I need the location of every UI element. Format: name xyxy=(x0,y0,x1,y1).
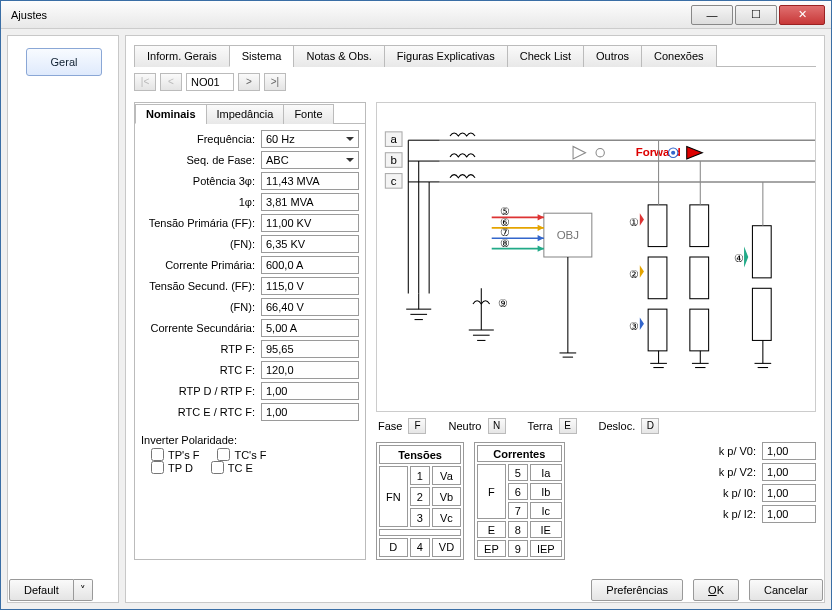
window: Ajustes — ☐ ✕ Geral Inform. Gerais Siste… xyxy=(0,0,832,610)
kpi2-input[interactable]: 1,00 xyxy=(762,505,816,523)
tab-inform-gerais[interactable]: Inform. Gerais xyxy=(134,45,230,67)
kpi0-input[interactable]: 1,00 xyxy=(762,484,816,502)
tpd-check[interactable]: TP D xyxy=(151,461,193,474)
legend-neutro: Neutro xyxy=(448,420,481,432)
fn2-input[interactable]: 66,40 V xyxy=(261,298,359,316)
params-panel: Nominais Impedância Fonte Frequência:60 … xyxy=(134,102,366,560)
maximize-button[interactable]: ☐ xyxy=(735,5,777,25)
footer: Default ˅ Preferências OK Cancelar xyxy=(9,579,823,601)
corrprim-label: Corrente Primária: xyxy=(141,259,261,271)
default-dropdown[interactable]: ˅ xyxy=(74,579,93,601)
corrsec-input[interactable]: 5,00 A xyxy=(261,319,359,337)
rtpf-input[interactable]: 95,65 xyxy=(261,340,359,358)
svg-text:⑧: ⑧ xyxy=(500,237,510,249)
nav-prev[interactable]: < xyxy=(160,73,182,91)
tensprim-label: Tensão Primária (FF): xyxy=(141,217,261,229)
subtab-nominais[interactable]: Nominais xyxy=(135,104,207,124)
svg-marker-24 xyxy=(538,225,544,231)
tab-checklist[interactable]: Check List xyxy=(507,45,584,67)
svg-marker-22 xyxy=(538,214,544,220)
svg-text:⑨: ⑨ xyxy=(498,297,508,309)
svg-marker-43 xyxy=(687,146,703,159)
legend-fase-key[interactable]: F xyxy=(408,418,426,434)
rtpf-label: RTP F: xyxy=(141,343,261,355)
frequencia-select[interactable]: 60 Hz xyxy=(261,130,359,148)
cancelar-button[interactable]: Cancelar xyxy=(749,579,823,601)
rtce-input[interactable]: 1,00 xyxy=(261,403,359,421)
svg-marker-28 xyxy=(538,246,544,252)
pot1-label: 1φ: xyxy=(141,196,261,208)
rtpd-label: RTP D / RTP F: xyxy=(141,385,261,397)
svg-marker-56 xyxy=(640,317,644,330)
subtab-fonte[interactable]: Fonte xyxy=(283,104,333,124)
corrprim-input[interactable]: 600,0 A xyxy=(261,256,359,274)
kpi2-label: k p/ I2: xyxy=(710,508,756,520)
preferencias-button[interactable]: Preferências xyxy=(591,579,683,601)
svg-marker-38 xyxy=(573,146,586,159)
kpv2-input[interactable]: 1,00 xyxy=(762,463,816,481)
tab-outros[interactable]: Outros xyxy=(583,45,642,67)
svg-rect-48 xyxy=(690,257,709,299)
default-button[interactable]: Default xyxy=(9,579,74,601)
minimize-button[interactable]: — xyxy=(691,5,733,25)
tenssec-input[interactable]: 115,0 V xyxy=(261,277,359,295)
kpv0-label: k p/ V0: xyxy=(710,445,756,457)
window-title: Ajustes xyxy=(7,9,689,21)
tab-conexoes[interactable]: Conexões xyxy=(641,45,717,67)
tensprim-input[interactable]: 11,00 KV xyxy=(261,214,359,232)
subtab-impedancia[interactable]: Impedância xyxy=(206,104,285,124)
titlebar: Ajustes — ☐ ✕ xyxy=(1,1,831,29)
rtce-label: RTC E / RTC F: xyxy=(141,406,261,418)
kp-panel: k p/ V0:1,00 k p/ V2:1,00 k p/ I0:1,00 k… xyxy=(710,442,816,560)
nav-row: |< < NO01 > >| xyxy=(134,73,816,91)
geral-button[interactable]: Geral xyxy=(26,48,102,76)
svg-rect-50 xyxy=(752,226,771,278)
tensoes-table: Tensões FN1Va 2Vb 3Vc D4VD xyxy=(376,442,464,560)
svg-text:OBJ: OBJ xyxy=(557,229,579,241)
legend-terra-key[interactable]: E xyxy=(559,418,577,434)
nav-first[interactable]: |< xyxy=(134,73,156,91)
close-button[interactable]: ✕ xyxy=(779,5,825,25)
svg-text:②: ② xyxy=(629,268,639,280)
svg-rect-45 xyxy=(648,257,667,299)
ok-button[interactable]: OK xyxy=(693,579,739,601)
rtpd-input[interactable]: 1,00 xyxy=(261,382,359,400)
svg-marker-26 xyxy=(538,235,544,241)
kpv0-input[interactable]: 1,00 xyxy=(762,442,816,460)
svg-point-42 xyxy=(671,151,675,155)
svg-rect-51 xyxy=(752,288,771,340)
corrsec-label: Corrente Secundária: xyxy=(141,322,261,334)
polarity-label: Inverter Polaridade: xyxy=(141,434,359,446)
svg-rect-49 xyxy=(690,309,709,351)
main-tabs: Inform. Gerais Sistema Notas & Obs. Figu… xyxy=(134,44,816,67)
rtcf-input[interactable]: 120,0 xyxy=(261,361,359,379)
pot3-label: Potência 3φ: xyxy=(141,175,261,187)
legend-desloc-key[interactable]: D xyxy=(641,418,659,434)
fn1-input[interactable]: 6,35 KV xyxy=(261,235,359,253)
nav-combo[interactable]: NO01 xyxy=(186,73,234,91)
legend-terra: Terra xyxy=(528,420,553,432)
pot3-input[interactable]: 11,43 MVA xyxy=(261,172,359,190)
nav-last[interactable]: >| xyxy=(264,73,286,91)
legend-neutro-key[interactable]: N xyxy=(488,418,506,434)
kpv2-label: k p/ V2: xyxy=(710,466,756,478)
svg-rect-44 xyxy=(648,205,667,247)
diagram-svg: a b c xyxy=(377,103,815,411)
tcsf-check[interactable]: TC's F xyxy=(217,448,266,461)
tab-sistema[interactable]: Sistema xyxy=(229,45,295,67)
nav-next[interactable]: > xyxy=(238,73,260,91)
left-panel: Geral xyxy=(7,35,119,603)
tpsf-check[interactable]: TP's F xyxy=(151,448,199,461)
svg-text:c: c xyxy=(391,175,397,187)
pot1-input[interactable]: 3,81 MVA xyxy=(261,193,359,211)
svg-point-39 xyxy=(596,149,604,157)
svg-marker-58 xyxy=(744,247,748,268)
tab-figuras[interactable]: Figuras Explicativas xyxy=(384,45,508,67)
rtcf-label: RTC F: xyxy=(141,364,261,376)
svg-marker-54 xyxy=(640,265,644,278)
svg-text:a: a xyxy=(390,133,397,145)
tab-notas[interactable]: Notas & Obs. xyxy=(293,45,384,67)
tce-check[interactable]: TC E xyxy=(211,461,253,474)
svg-marker-52 xyxy=(640,213,644,226)
seqfase-select[interactable]: ABC xyxy=(261,151,359,169)
